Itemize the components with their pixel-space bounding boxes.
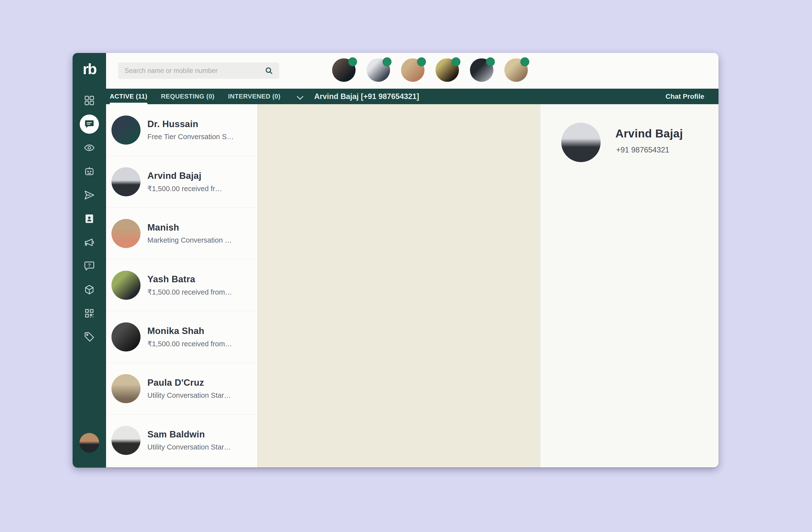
search-box xyxy=(118,62,279,79)
last-message-preview: ₹1,500.00 received from… xyxy=(147,288,232,296)
chat-list-item[interactable]: Dr. Hussain Free Tier Conversation S… xyxy=(106,104,257,156)
chat-bubble-icon xyxy=(84,119,95,129)
agent-avatar[interactable] xyxy=(436,58,459,82)
contact-avatar xyxy=(112,374,141,403)
chat-profile-panel: Arvind Bajaj +91 987654321 xyxy=(540,104,719,467)
user-avatar[interactable] xyxy=(79,433,99,453)
contact-avatar xyxy=(112,426,141,455)
profile-name: Arvind Bajaj xyxy=(615,127,683,140)
content-row: Dr. Hussain Free Tier Conversation S… Ar… xyxy=(106,104,719,467)
search-icon[interactable] xyxy=(264,66,273,75)
agent-avatar[interactable] xyxy=(332,58,356,82)
tabs: ACTIVE (11) REQUESTING (0) INTERVENED (0… xyxy=(110,89,280,104)
last-message-preview: Free Tier Conversation S… xyxy=(147,133,234,141)
svg-text:?: ? xyxy=(88,263,90,268)
sidebar-item-integrations[interactable] xyxy=(73,278,106,302)
chat-filter-tab[interactable]: REQUESTING (0) xyxy=(161,89,215,104)
sidebar-item-campaigns[interactable] xyxy=(73,183,106,207)
chat-tab-bar: ACTIVE (11) REQUESTING (0) INTERVENED (0… xyxy=(106,89,719,104)
chevron-down-icon[interactable] xyxy=(297,93,303,100)
agent-avatar[interactable] xyxy=(504,58,528,82)
chat-list-item[interactable]: Yash Batra ₹1,500.00 received from… xyxy=(106,260,257,311)
main-area: ACTIVE (11) REQUESTING (0) INTERVENED (0… xyxy=(106,53,719,467)
sidebar-item-chats[interactable] xyxy=(73,112,106,136)
contact-avatar xyxy=(112,167,141,196)
chat-list-item[interactable]: Manish Marketing Conversation … xyxy=(106,208,257,260)
chat-item-meta: Arvind Bajaj ₹1,500.00 received fr… xyxy=(147,171,222,193)
sidebar-nav: ? xyxy=(73,89,106,349)
contact-avatar xyxy=(112,115,141,144)
chat-list-item[interactable]: Arvind Bajaj ₹1,500.00 received fr… xyxy=(106,156,257,208)
paper-plane-icon xyxy=(84,190,95,201)
contact-name: Monika Shah xyxy=(147,326,232,336)
online-badge xyxy=(417,57,426,66)
contact-avatar xyxy=(112,322,141,351)
profile-phone: +91 987654321 xyxy=(616,145,669,154)
last-message-preview: ₹1,500.00 received from… xyxy=(147,340,232,348)
chat-messages-area xyxy=(257,104,540,467)
contact-book-icon xyxy=(84,213,95,224)
online-badge xyxy=(382,57,391,66)
contact-name: Arvind Bajaj xyxy=(147,171,222,181)
package-box-icon xyxy=(84,284,95,295)
sidebar-item-contacts[interactable] xyxy=(73,207,106,230)
megaphone-icon xyxy=(84,237,95,248)
contact-name: Manish xyxy=(147,222,232,233)
chat-item-meta: Monika Shah ₹1,500.00 received from… xyxy=(147,326,232,348)
robot-icon xyxy=(84,166,95,177)
tag-icon xyxy=(84,331,95,342)
sidebar: rb xyxy=(73,53,106,467)
contact-name: Paula D'Cruz xyxy=(147,378,231,388)
online-badge xyxy=(520,57,529,66)
last-message-preview: Utility Conversation Star… xyxy=(147,391,231,400)
sidebar-item-broadcast[interactable] xyxy=(73,230,106,254)
contact-name: Sam Baldwin xyxy=(147,429,231,440)
online-badge xyxy=(348,57,357,66)
chat-list-item[interactable]: Sam Baldwin Utility Conversation Star… xyxy=(106,415,257,466)
eye-icon xyxy=(84,142,95,153)
chat-item-meta: Dr. Hussain Free Tier Conversation S… xyxy=(147,119,234,141)
agent-avatar-row xyxy=(332,58,528,82)
last-message-preview: Marketing Conversation … xyxy=(147,236,232,244)
help-chat-icon: ? xyxy=(84,260,95,272)
app-window: rb xyxy=(73,53,719,467)
sidebar-item-monitor[interactable] xyxy=(73,136,106,159)
sidebar-item-dashboard[interactable] xyxy=(73,89,106,112)
sidebar-item-bot[interactable] xyxy=(73,159,106,183)
dashboard-grid-icon xyxy=(84,95,95,106)
contact-avatar xyxy=(112,219,141,248)
sidebar-item-tags[interactable] xyxy=(73,325,106,349)
contact-name: Dr. Hussain xyxy=(147,119,234,129)
current-chat-title: Arvind Bajaj [+91 987654321] xyxy=(314,89,419,104)
agent-avatar[interactable] xyxy=(470,58,493,82)
chat-filter-tab[interactable]: INTERVENED (0) xyxy=(228,89,280,104)
sidebar-item-qr-codes[interactable] xyxy=(73,302,106,325)
last-message-preview: ₹1,500.00 received fr… xyxy=(147,184,222,193)
qr-code-icon xyxy=(84,308,95,319)
active-nav-highlight xyxy=(80,114,99,134)
online-badge xyxy=(486,57,495,66)
search-input[interactable] xyxy=(124,67,264,75)
chat-item-meta: Paula D'Cruz Utility Conversation Star… xyxy=(147,378,231,400)
last-message-preview: Utility Conversation Star… xyxy=(147,443,231,451)
top-header xyxy=(106,53,719,89)
app-logo: rb xyxy=(83,61,96,76)
online-badge xyxy=(451,57,460,66)
chat-profile-link[interactable]: Chat Profile xyxy=(666,89,704,104)
chat-list-item[interactable]: Monika Shah ₹1,500.00 received from… xyxy=(106,311,257,363)
agent-avatar[interactable] xyxy=(367,58,390,82)
chat-item-meta: Yash Batra ₹1,500.00 received from… xyxy=(147,274,232,296)
sidebar-item-support[interactable]: ? xyxy=(73,254,106,278)
profile-avatar xyxy=(561,123,600,162)
chat-filter-tab[interactable]: ACTIVE (11) xyxy=(110,89,147,104)
agent-avatar[interactable] xyxy=(401,58,424,82)
chat-item-meta: Sam Baldwin Utility Conversation Star… xyxy=(147,429,231,451)
contact-avatar xyxy=(112,271,141,300)
chat-list-item[interactable]: Paula D'Cruz Utility Conversation Star… xyxy=(106,363,257,415)
contact-name: Yash Batra xyxy=(147,274,232,284)
chat-list: Dr. Hussain Free Tier Conversation S… Ar… xyxy=(106,104,257,467)
chat-item-meta: Manish Marketing Conversation … xyxy=(147,222,232,244)
